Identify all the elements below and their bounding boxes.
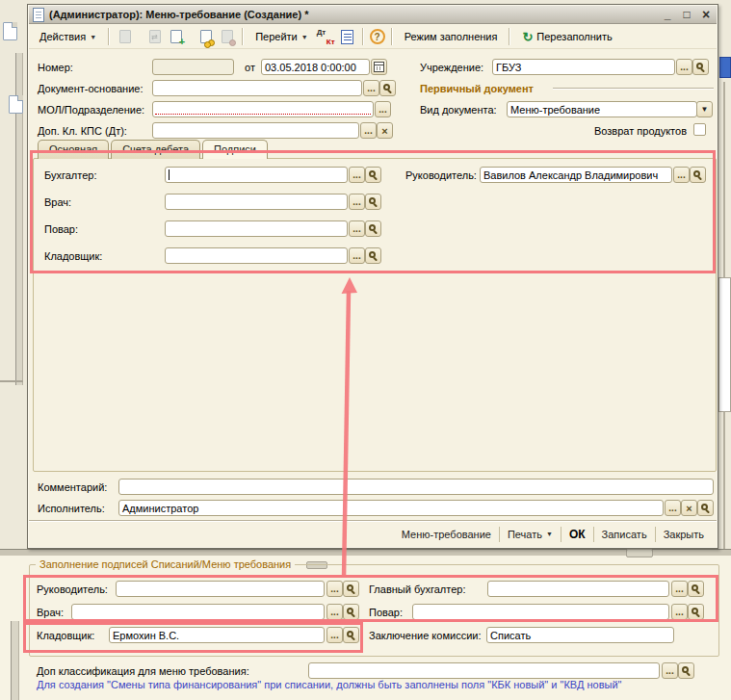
mol-ellipsis-button[interactable]: ... xyxy=(375,101,391,117)
close-button[interactable]: × xyxy=(699,8,713,21)
bp-doctor-ellipsis-button[interactable]: ... xyxy=(326,604,343,620)
print-button[interactable]: Печать▼ xyxy=(500,529,561,540)
base-document-ellipsis-button[interactable]: ... xyxy=(363,80,379,96)
toolbar-separator xyxy=(362,28,364,45)
accountant-ellipsis-button[interactable]: ... xyxy=(349,167,365,183)
mol-field[interactable] xyxy=(152,101,374,117)
document-kind-dropdown-button[interactable]: ▼ xyxy=(696,101,713,117)
date-field[interactable]: 03.05.2018 0:00:00 xyxy=(261,59,370,75)
tab-scheta-debeta[interactable]: Счета дебета xyxy=(111,140,200,159)
bp-head-lookup-button[interactable] xyxy=(343,581,359,597)
caret-down-icon: ▼ xyxy=(546,531,553,537)
bp-head-ellipsis-button[interactable]: ... xyxy=(326,581,343,597)
bp-doctor-field[interactable] xyxy=(71,604,325,620)
dop-kps-ellipsis-button[interactable]: ... xyxy=(360,122,377,139)
storekeeper-lookup-button[interactable] xyxy=(365,247,381,264)
unpost-document-icon[interactable] xyxy=(218,28,236,46)
save-button[interactable]: Записать xyxy=(594,529,655,540)
accountant-label: Бухгалтер: xyxy=(44,169,97,181)
magnifier-icon xyxy=(701,504,708,510)
help-icon[interactable]: ? xyxy=(370,29,385,44)
institution-field[interactable]: ГБУЗ xyxy=(492,59,675,75)
bp-cook-label: Повар: xyxy=(369,607,403,618)
magnifier-icon xyxy=(347,584,353,591)
head-lookup-button[interactable] xyxy=(690,167,706,183)
post-document-icon[interactable] xyxy=(196,28,215,46)
dop-kps-clear-button[interactable]: × xyxy=(377,122,393,139)
comment-field[interactable] xyxy=(118,479,714,495)
caret-down-icon: ▼ xyxy=(301,34,308,40)
extra-class-field[interactable] xyxy=(308,662,660,679)
accountant-lookup-button[interactable] xyxy=(365,167,381,183)
number-label: Номер: xyxy=(38,62,73,73)
dtkt-icon[interactable]: ДтКт xyxy=(317,28,335,46)
bp-chief-accountant-lookup-button[interactable] xyxy=(688,581,704,597)
bp-storekeeper-ellipsis-button[interactable]: ... xyxy=(326,627,343,643)
institution-ellipsis-button[interactable]: ... xyxy=(676,59,692,75)
title-bar[interactable]: (Администратор): Меню-требование (Создан… xyxy=(29,6,717,24)
tab-podpisi[interactable]: Подписи xyxy=(202,140,268,159)
executor-clear-button[interactable]: × xyxy=(681,500,697,516)
copy-document-icon[interactable]: + xyxy=(167,28,185,46)
insert-basedon-icon[interactable] xyxy=(116,28,134,46)
accountant-field[interactable] xyxy=(165,167,348,183)
bp-chief-accountant-ellipsis-button[interactable]: ... xyxy=(671,581,688,597)
footer-button-bar: Меню-требование Печать▼ ОК Записать Закр… xyxy=(29,520,717,547)
dop-kps-field[interactable] xyxy=(152,122,359,139)
doctor-lookup-button[interactable] xyxy=(365,194,381,210)
goto-menu-button[interactable]: Перейти ▼ xyxy=(249,27,314,46)
extra-class-ellipsis-button[interactable]: ... xyxy=(662,662,678,679)
minimize-button[interactable]: _ xyxy=(661,8,674,21)
bp-chief-accountant-field[interactable] xyxy=(487,581,669,597)
menu-trebovanie-button[interactable]: Меню-требование xyxy=(394,529,499,540)
bp-cook-lookup-button[interactable] xyxy=(688,604,704,620)
number-field[interactable] xyxy=(152,59,234,75)
required-marker xyxy=(155,114,371,115)
bp-head-field[interactable] xyxy=(116,581,325,597)
executor-field[interactable]: Администратор xyxy=(118,500,664,516)
return-products-label: Возврат продуктов xyxy=(594,125,687,137)
document-icon xyxy=(33,8,44,22)
dop-kps-label: Доп. Кл. КПС (Дт): xyxy=(38,125,127,137)
base-document-lookup-button[interactable] xyxy=(379,80,396,96)
magnifier-icon xyxy=(693,170,700,177)
document-kind-label: Вид документа: xyxy=(420,104,497,116)
calendar-button[interactable] xyxy=(371,59,387,75)
head-ellipsis-button[interactable]: ... xyxy=(673,167,690,183)
bp-commission-field[interactable]: Списать xyxy=(486,627,674,643)
maximize-button[interactable]: □ xyxy=(680,8,693,21)
background-list-fragment xyxy=(718,277,731,412)
actions-menu-button[interactable]: Действия ▼ xyxy=(34,27,102,46)
new-document-icon xyxy=(9,95,23,114)
institution-lookup-button[interactable] xyxy=(692,59,709,75)
refill-button[interactable]: ↻ Перезаполнить xyxy=(516,27,617,47)
doctor-field[interactable] xyxy=(165,194,348,210)
storekeeper-field[interactable] xyxy=(165,247,348,264)
bp-doctor-lookup-button[interactable] xyxy=(343,604,359,620)
bp-storekeeper-field[interactable]: Ермохин В.С. xyxy=(109,627,325,643)
bp-cook-field[interactable] xyxy=(412,604,669,620)
groupbox-legend: Заполнение подписей Списаний/Меню требов… xyxy=(36,558,295,570)
tab-osnovnaya[interactable]: Основная xyxy=(38,140,109,159)
bp-cook-ellipsis-button[interactable]: ... xyxy=(671,604,688,620)
extra-class-lookup-button[interactable] xyxy=(678,662,694,679)
cook-lookup-button[interactable] xyxy=(365,220,381,237)
reread-icon[interactable]: ⇄ xyxy=(145,28,164,46)
cook-field[interactable] xyxy=(165,220,348,237)
bp-storekeeper-lookup-button[interactable] xyxy=(343,627,359,643)
close-window-button[interactable]: Закрыть xyxy=(656,529,712,540)
doctor-ellipsis-button[interactable]: ... xyxy=(349,194,365,210)
storekeeper-ellipsis-button[interactable]: ... xyxy=(349,247,365,264)
executor-ellipsis-button[interactable]: ... xyxy=(665,500,681,516)
document-kind-combo[interactable]: Меню-требование xyxy=(507,101,697,117)
cook-ellipsis-button[interactable]: ... xyxy=(349,220,365,237)
splitter-handle[interactable] xyxy=(626,549,653,557)
document-window: (Администратор): Меню-требование (Создан… xyxy=(27,4,718,549)
ok-button[interactable]: ОК xyxy=(561,528,593,541)
document-register-icon[interactable] xyxy=(338,28,356,46)
head-field[interactable]: Вавилов Александр Владимирович xyxy=(480,167,672,183)
fill-mode-button[interactable]: Режим заполнения xyxy=(399,27,504,46)
base-document-field[interactable] xyxy=(152,80,362,96)
executor-lookup-button[interactable] xyxy=(697,500,714,516)
return-products-checkbox[interactable] xyxy=(693,123,706,136)
